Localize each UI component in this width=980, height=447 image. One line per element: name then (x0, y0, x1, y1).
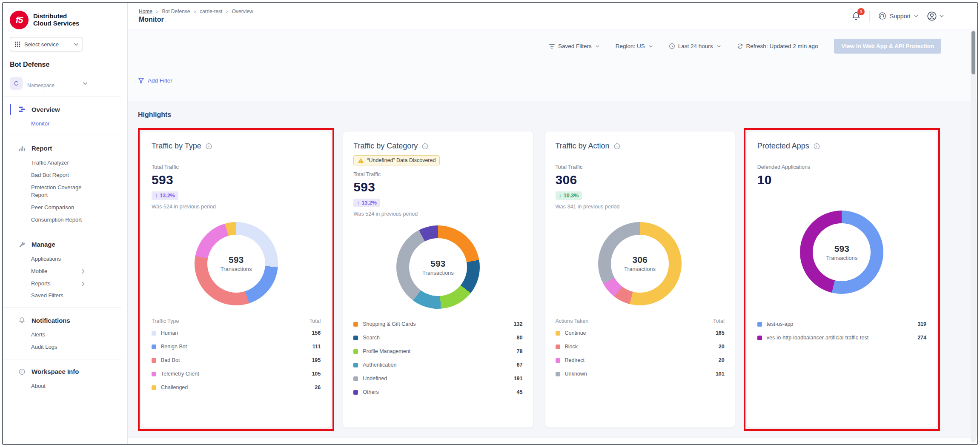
breadcrumb-item-bot-defense[interactable]: Bot Defense (162, 9, 190, 14)
info-icon[interactable] (421, 143, 429, 150)
previous-period-text: Was 524 in previous period (353, 211, 522, 217)
legend-value: 165 (716, 330, 725, 336)
sidebar-item-applications[interactable]: Applications (31, 253, 121, 265)
donut-chart-area: 593Transactions (757, 187, 926, 317)
change-value: 10.3% (564, 193, 579, 199)
add-filter-button[interactable]: Add Filter (138, 77, 172, 84)
saved-filters-dropdown[interactable]: Saved Filters (549, 43, 599, 49)
sidebar-item-notifications[interactable]: Notifications (3, 314, 121, 326)
nav-group-workspace-info: Workspace InfoAbout (3, 359, 121, 398)
sidebar-item-consumption-report[interactable]: Consumption Report (31, 214, 121, 226)
view-in-waap-button[interactable]: View in Web App & API Protection (834, 39, 941, 54)
card-body: Total Traffic593↑13.2%Was 524 in previou… (152, 151, 321, 317)
namespace-label: Namespace (27, 83, 54, 88)
sidebar-item-audit-logs[interactable]: Audit Logs (31, 341, 121, 353)
legend-swatch (353, 363, 358, 367)
legend-value: 78 (517, 348, 523, 354)
legend-header: Traffic TypeTotal (152, 317, 321, 326)
sidebar-item-protection-coverage-report[interactable]: Protection Coverage Report (31, 182, 121, 202)
legend-label: Telemetry Client (161, 371, 199, 377)
breadcrumb-separator: > (156, 9, 158, 14)
legend-value: 274 (917, 335, 926, 341)
nav-group-report: ReportTraffic AnalyzerBad Bot ReportProt… (3, 136, 121, 232)
legend-value: 319 (917, 321, 926, 327)
sidebar-item-reports[interactable]: Reports (31, 278, 121, 290)
sidebar-item-label: Audit Logs (31, 343, 57, 351)
sidebar-item-overview[interactable]: Overview (3, 103, 121, 115)
card-wrap-traffic-by-action: Traffic by ActionTotal Traffic306↓10.3%W… (542, 128, 738, 431)
legend-label: Shopping & Gift Cards (363, 321, 415, 327)
donut-chart-area: 593Transactions (152, 210, 321, 317)
sidebar-item-report[interactable]: Report (3, 142, 121, 154)
sidebar-item-peer-comparison[interactable]: Peer Comparison (31, 202, 121, 214)
legend-label: Benign Bot (161, 344, 187, 350)
card-title-row: Traffic by Type (152, 142, 321, 151)
main-area: Home>Bot Defense>carrie-test>Overview Mo… (128, 3, 977, 444)
change-badge: ↑13.2% (353, 199, 380, 207)
legend-swatch (152, 345, 156, 349)
card-traffic-by-type: Traffic by TypeTotal Traffic593↑13.2%Was… (141, 131, 331, 428)
notifications-bell-icon[interactable]: 1 (851, 11, 861, 21)
breadcrumb-item-overview[interactable]: Overview (232, 9, 253, 14)
sidebar-item-about[interactable]: About (31, 380, 121, 393)
legend-swatch (757, 322, 762, 327)
sidebar-item-saved-filters[interactable]: Saved Filters (31, 290, 121, 302)
support-menu[interactable]: Support (878, 12, 918, 20)
change-badge: ↑13.2% (152, 191, 178, 200)
annotation-highlight-protected-apps: Protected AppsDefended Applications10593… (744, 128, 940, 431)
sidebar-item-label: About (31, 382, 46, 390)
legend-swatch (353, 349, 358, 354)
card-protected-apps: Protected AppsDefended Applications10593… (747, 131, 937, 428)
notification-count-badge: 1 (857, 8, 865, 15)
refresh-button[interactable]: Refresh: Updated 2 min ago (737, 43, 818, 49)
sidebar-item-bad-bot-report[interactable]: Bad Bot Report (31, 169, 121, 182)
sidebar-item-label: Manage (32, 241, 55, 248)
nav-children-notifications: AlertsAudit Logs (3, 326, 121, 353)
sidebar-item-monitor[interactable]: Monitor (31, 118, 121, 130)
scrollbar-thumb[interactable] (971, 31, 975, 74)
legend-item-telemetry-client: Telemetry Client105 (152, 367, 321, 381)
legend-label: Challenged (161, 384, 188, 390)
grid-icon (14, 41, 20, 47)
highlight-cards-row: Traffic by TypeTotal Traffic593↑13.2%Was… (138, 128, 977, 431)
donut-center-label: 593Transactions (396, 225, 480, 309)
breadcrumb-item-carrie-test[interactable]: carrie-test (200, 9, 222, 14)
details-heading: Details (138, 444, 977, 445)
time-range-dropdown[interactable]: Last 24 hours (669, 43, 721, 49)
nav-group-overview: OverviewMonitor (3, 97, 121, 136)
legend-item-ves-io-http-loadbalancer-artificial-traffic-test: ves-io-http-loadbalancer-artificial-traf… (757, 331, 926, 345)
chevron-down-icon (649, 45, 653, 48)
chevron-right-icon (82, 282, 85, 286)
sidebar-item-workspace-info[interactable]: Workspace Info (3, 366, 121, 378)
legend-label: Others (363, 389, 379, 395)
breadcrumb-item-home[interactable]: Home (139, 9, 152, 14)
sidebar-item-manage[interactable]: Manage (3, 239, 121, 251)
namespace-selector[interactable]: C Namespace (3, 74, 121, 97)
info-icon[interactable] (613, 143, 621, 150)
manage-icon (18, 241, 26, 248)
sidebar-item-label: Notifications (32, 317, 70, 324)
sidebar-item-traffic-analyzer[interactable]: Traffic Analyzer (31, 157, 121, 169)
legend-item-authentication: Authentication67 (353, 358, 522, 372)
info-icon[interactable] (205, 143, 212, 150)
user-account-menu[interactable] (927, 11, 944, 21)
stat-value: 593 (152, 173, 321, 187)
card-traffic-by-action: Traffic by ActionTotal Traffic306↓10.3%W… (545, 131, 735, 428)
legend-label: Unknown (565, 371, 587, 377)
sidebar-item-label: Peer Comparison (31, 204, 74, 212)
region-dropdown[interactable]: Region: US (616, 43, 653, 49)
change-value: 13.2% (362, 200, 377, 206)
chevron-down-icon (74, 43, 78, 46)
card-stats: Total Traffic593↑13.2%Was 524 in previou… (152, 164, 321, 210)
legend-header-total: Total (309, 318, 321, 324)
sidebar-item-mobile[interactable]: Mobile (31, 265, 121, 278)
change-value: 13.2% (160, 193, 175, 199)
brand-name: Distributed Cloud Services (33, 13, 79, 27)
select-service-dropdown[interactable]: Select service (10, 37, 83, 51)
legend-label: Undefined (363, 376, 387, 382)
donut-center-unit: Transactions (221, 266, 252, 272)
stat-label: Defended Applications (757, 164, 926, 170)
info-icon[interactable] (813, 143, 820, 150)
legend-value: 111 (312, 344, 321, 350)
sidebar-item-alerts[interactable]: Alerts (31, 329, 121, 341)
